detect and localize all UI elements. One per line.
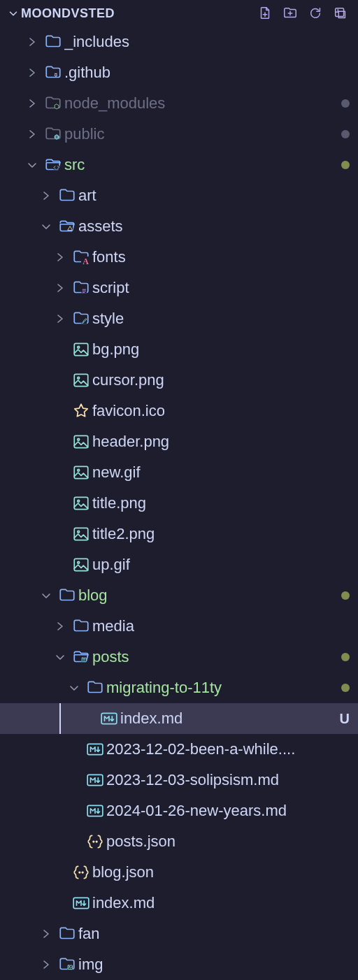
tree-item-label: 2023-12-03-solipsism.md <box>106 771 350 789</box>
folder-icon <box>56 925 78 943</box>
tree-item[interactable]: assets <box>0 211 358 242</box>
tree-item[interactable]: index.mdU <box>0 703 358 734</box>
chevron-right-icon[interactable] <box>22 127 42 141</box>
chevron-down-icon[interactable] <box>64 681 84 695</box>
chevron-right-icon[interactable] <box>22 66 42 80</box>
tree-item[interactable]: title2.png <box>0 519 358 549</box>
folder-img-icon <box>56 956 78 974</box>
folder-icon <box>84 679 106 697</box>
chevron-right-icon[interactable] <box>50 250 70 264</box>
tree-item[interactable]: bg.png <box>0 334 358 365</box>
tree-item[interactable]: header.png <box>0 426 358 457</box>
chevron-down-icon[interactable] <box>36 589 56 603</box>
folder-src-icon <box>42 156 64 174</box>
chevron-right-icon[interactable] <box>36 927 56 941</box>
collapse-all-icon[interactable] <box>333 6 348 21</box>
tree-item-label: bg.png <box>92 340 350 359</box>
tree-item-label: img <box>78 956 350 974</box>
tree-item[interactable]: posts.json <box>0 826 358 857</box>
tree-item-label: title2.png <box>92 525 350 543</box>
tree-item[interactable]: migrating-to-11ty <box>0 672 358 703</box>
image-icon <box>70 433 92 451</box>
folder-icon <box>42 33 64 51</box>
chevron-right-icon[interactable] <box>50 619 70 633</box>
tree-item-label: style <box>92 310 350 328</box>
tree-item[interactable]: up.gif <box>0 549 358 580</box>
tree-item-label: fonts <box>92 248 350 266</box>
tree-item[interactable]: blog.json <box>0 857 358 888</box>
explorer-header: MOONDVSTED <box>0 0 358 27</box>
new-folder-icon[interactable] <box>282 6 298 21</box>
folder-font-icon: A <box>70 248 92 266</box>
tree-item[interactable]: public <box>0 119 358 150</box>
tree-item-label: assets <box>78 217 350 236</box>
svg-point-6 <box>54 72 59 77</box>
chevron-down-icon[interactable] <box>36 219 56 233</box>
refresh-icon[interactable] <box>308 6 323 21</box>
tree-item-label: posts <box>92 648 336 666</box>
tree-item[interactable]: blog <box>0 580 358 611</box>
markdown-icon <box>98 709 120 728</box>
chevron-right-icon[interactable] <box>36 958 56 972</box>
chevron-right-icon[interactable] <box>22 35 42 49</box>
tree-item[interactable]: media <box>0 611 358 642</box>
tree-item[interactable]: cursor.png <box>0 365 358 396</box>
folder-icon <box>56 187 78 205</box>
tree-item[interactable]: title.png <box>0 488 358 519</box>
tree-item-label: src <box>64 156 336 174</box>
tree-item[interactable]: new.gif <box>0 457 358 488</box>
tree-item[interactable]: _includes <box>0 27 358 57</box>
svg-text:A: A <box>83 257 89 266</box>
folder-github-icon <box>42 64 64 82</box>
chevron-right-icon[interactable] <box>36 189 56 203</box>
tree-item[interactable]: art <box>0 180 358 211</box>
tree-item-label: 2023-12-02-been-a-while.... <box>106 740 350 758</box>
chevron-down-icon[interactable] <box>7 7 21 20</box>
tree-item-label: index.md <box>92 894 350 912</box>
tree-item[interactable]: fan <box>0 918 358 949</box>
tree-item-label: posts.json <box>106 833 350 851</box>
svg-rect-14 <box>82 289 87 294</box>
tree-item[interactable]: index.md <box>0 888 358 918</box>
tree-item-label: .github <box>64 64 350 82</box>
tree-item[interactable]: 2023-12-02-been-a-while.... <box>0 734 358 765</box>
new-file-icon[interactable] <box>257 6 273 21</box>
tree-item[interactable]: 2023-12-03-solipsism.md <box>0 765 358 795</box>
tree-item-label: migrating-to-11ty <box>106 679 336 697</box>
tree-item-label: header.png <box>92 433 350 451</box>
tree-item-label: script <box>92 279 350 297</box>
tree-item[interactable]: src <box>0 150 358 180</box>
chevron-right-icon[interactable] <box>50 281 70 295</box>
tree-item-label: media <box>92 617 350 635</box>
tree-item-label: art <box>78 187 350 205</box>
tree-item[interactable]: favicon.ico <box>0 396 358 426</box>
tree-item-label: node_modules <box>64 94 336 113</box>
tree-item[interactable]: posts <box>0 642 358 672</box>
image-icon <box>70 556 92 574</box>
image-icon <box>70 463 92 482</box>
folder-assets-icon <box>56 217 78 236</box>
folder-icon <box>56 586 78 605</box>
chevron-down-icon[interactable] <box>22 158 42 172</box>
tree-item[interactable]: Afonts <box>0 242 358 273</box>
git-dot-icon <box>341 684 350 692</box>
tree-item[interactable]: node_modules <box>0 88 358 119</box>
chevron-right-icon[interactable] <box>22 96 42 110</box>
image-icon <box>70 340 92 359</box>
tree-item[interactable]: style <box>0 303 358 334</box>
tree-item[interactable]: script <box>0 273 358 303</box>
favicon-icon <box>70 402 92 420</box>
tree-item-label: _includes <box>64 33 350 51</box>
chevron-right-icon[interactable] <box>50 312 70 326</box>
tree-item[interactable]: 2024-01-26-new-years.md <box>0 795 358 826</box>
folder-style-icon <box>70 310 92 328</box>
tree-item[interactable]: img <box>0 949 358 980</box>
tree-item-label: 2024-01-26-new-years.md <box>106 802 350 820</box>
folder-script-icon <box>70 279 92 297</box>
markdown-icon <box>84 771 106 789</box>
tree-item[interactable]: .github <box>0 57 358 88</box>
chevron-down-icon[interactable] <box>50 650 70 664</box>
tree-item-label: fan <box>78 925 350 943</box>
tree-item-label: title.png <box>92 494 350 512</box>
markdown-icon <box>70 894 92 912</box>
